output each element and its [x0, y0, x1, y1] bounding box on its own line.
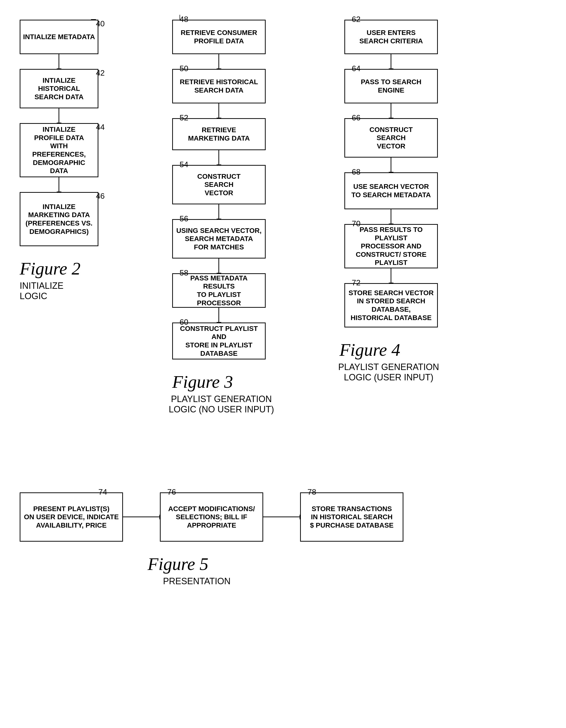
- box-44: INTIALIZEPROFILE DATAWITH PREFERENCES,DE…: [20, 123, 98, 177]
- arrow-64-66: [391, 103, 391, 118]
- box-74: PRESENT PLAYLIST(S)ON USER DEVICE, INDIC…: [20, 492, 123, 542]
- label-42: 42: [96, 68, 105, 78]
- fig5-title: Figure 5: [148, 554, 208, 574]
- box-54: CONSTRUCTSEARCHVECTOR: [172, 165, 266, 204]
- label-40: 40: [96, 19, 105, 28]
- diagram-container: INTIALIZE METADATA 40 INTIALIZEHISTORICA…: [0, 0, 566, 728]
- arrow-76-78: [263, 517, 300, 517]
- label-64: 64: [352, 64, 360, 73]
- box-64: PASS TO SEARCHENGINE: [344, 69, 438, 103]
- arrow-54-56: [219, 204, 219, 219]
- label-76: 76: [167, 487, 176, 497]
- label-66: 66: [352, 113, 360, 122]
- label-70: 70: [352, 219, 360, 228]
- box-76: ACCEPT MODIFICATIONS/SELECTIONS; BILL IF…: [160, 492, 263, 542]
- box-52: RETRIEVEMARKETING DATA: [172, 118, 266, 150]
- label-54: 54: [180, 160, 189, 169]
- label-58: 58: [180, 268, 189, 277]
- fig2-subtitle: INITIALIZELOGIC: [20, 281, 64, 301]
- label-46: 46: [96, 192, 105, 201]
- label-68: 68: [352, 167, 360, 177]
- label-52: 52: [180, 113, 189, 122]
- arrow-42-44: [59, 108, 59, 123]
- label-48: 48: [180, 15, 189, 24]
- box-66: CONSTRUCTSEARCHVECTOR: [344, 118, 438, 158]
- arrow-74-76: [123, 517, 160, 517]
- fig5-subtitle: PRESENTATION: [143, 576, 251, 586]
- box-78: STORE TRANSACTIONSIN HISTORICAL SEARCH$ …: [300, 492, 403, 542]
- fig3-subtitle: PLAYLIST GENERATIONLOGIC (NO USER INPUT): [167, 394, 276, 415]
- fig3-title: Figure 3: [172, 372, 233, 392]
- label-56: 56: [180, 214, 189, 223]
- label-74: 74: [98, 487, 107, 497]
- box-46: INTIALIZEMARKETING DATA(PREFERENCES VS.D…: [20, 192, 98, 246]
- arrow-40-42: [59, 54, 59, 69]
- arrow-58-60: [219, 308, 219, 323]
- arrow-52-54: [219, 150, 219, 165]
- arrow-68-70: [391, 209, 391, 224]
- box-40: INTIALIZE METADATA: [20, 20, 98, 54]
- fig4-title: Figure 4: [339, 340, 400, 360]
- fig2-title: Figure 2: [20, 259, 80, 279]
- box-70: PASS RESULTS TO PLAYLISTPROCESSOR ANDCON…: [344, 224, 438, 268]
- label-44: 44: [96, 123, 105, 132]
- box-50: RETRIEVE HISTORICALSEARCH DATA: [172, 69, 266, 103]
- arrow-66-68: [391, 158, 391, 172]
- arrow-48-50: [219, 54, 219, 69]
- label-50: 50: [180, 64, 189, 73]
- box-48: RETRIEVE CONSUMERPROFILE DATA: [172, 20, 266, 54]
- arrow-50-52: [219, 103, 219, 118]
- label-72: 72: [352, 278, 360, 287]
- arrow-56-58: [219, 259, 219, 273]
- box-58: PASS METADATA RESULTSTO PLAYLIST PROCESS…: [172, 273, 266, 308]
- box-68: USE SEARCH VECTORTO SEARCH METADATA: [344, 172, 438, 209]
- box-42: INTIALIZEHISTORICALSEARCH DATA: [20, 69, 98, 108]
- label-60: 60: [180, 318, 189, 327]
- label-62: 62: [352, 15, 360, 24]
- box-62: USER ENTERSSEARCH CRITERIA: [344, 20, 438, 54]
- box-60: CONSTRUCT PLAYLIST ANDSTORE IN PLAYLIST …: [172, 323, 266, 359]
- label-78: 78: [307, 487, 316, 497]
- box-72: STORE SEARCH VECTORIN STORED SEARCH DATA…: [344, 283, 438, 327]
- fig4-subtitle: PLAYLIST GENERATIONLOGIC (USER INPUT): [334, 362, 443, 383]
- arrow-44-46: [59, 177, 59, 192]
- arrow-70-72: [391, 268, 391, 283]
- box-56: USING SEARCH VECTOR,SEARCH METADATAFOR M…: [172, 219, 266, 259]
- arrow-62-64: [391, 54, 391, 69]
